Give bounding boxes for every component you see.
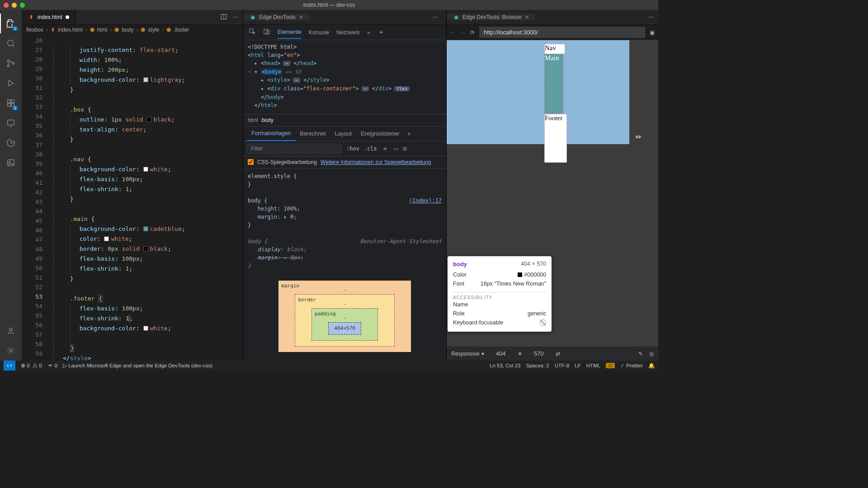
page-footer: Footer	[544, 114, 567, 163]
breadcrumb[interactable]: flexbox› ⬍index.html› ⬢html› ⬢body› ⬢sty…	[22, 25, 243, 35]
explorer-badge: 1	[12, 26, 18, 31]
svg-point-12	[9, 349, 12, 352]
more-actions-icon[interactable]: ⋯	[233, 14, 238, 20]
activity-extensions[interactable]: 1	[0, 93, 22, 113]
rotate-icon[interactable]: ⇄	[556, 351, 560, 357]
more-styles-tabs-icon[interactable]: »	[404, 131, 415, 137]
nav-forward-icon[interactable]: →	[460, 29, 466, 36]
styles-list[interactable]: element.style {} body {(Index):17 height…	[243, 169, 446, 361]
svg-rect-5	[8, 103, 10, 106]
inspect-toggle-icon[interactable]: ▣	[650, 29, 655, 36]
svg-rect-16	[267, 30, 269, 34]
inspect-icon[interactable]	[249, 28, 256, 37]
activity-scm[interactable]	[0, 53, 22, 73]
svg-point-10	[9, 161, 10, 163]
tab-network[interactable]: Netzwerk	[336, 27, 360, 38]
styles-tab-layout[interactable]: Layout	[330, 127, 357, 141]
url-input[interactable]	[479, 27, 645, 38]
hov-toggle[interactable]: :hov	[346, 145, 359, 152]
svg-point-0	[8, 40, 14, 46]
styles-filter-input[interactable]: Filter	[247, 144, 342, 154]
device-toggle-icon[interactable]	[263, 28, 270, 37]
traffic-zoom[interactable]	[20, 3, 25, 8]
errors-count[interactable]: ⊗ 0 ⚠ 0	[21, 362, 42, 369]
cls-toggle[interactable]: .cls	[364, 145, 377, 152]
source-link[interactable]: (Index):17	[409, 197, 442, 205]
mirror-label: CSS-Spiegelbearbeitung	[257, 159, 317, 165]
styles-tab-berechnet[interactable]: Berechnet	[296, 127, 330, 141]
traffic-close[interactable]	[4, 3, 9, 8]
tab-console[interactable]: Konsole	[309, 27, 329, 38]
language-mode[interactable]: HTML	[586, 363, 600, 368]
window-title: index.html — dev-css	[303, 2, 355, 8]
device-toolbar: Responsive ▾ ✕ ⇄ ✎ ◎	[447, 346, 658, 361]
activity-run[interactable]	[0, 73, 22, 93]
editor-tab-bar: ⬍ index.html ⋯	[22, 10, 243, 25]
activity-image-icon[interactable]	[0, 153, 22, 173]
devtools-tab[interactable]: ◉ Edge DevTools ✕	[243, 14, 310, 20]
notifications-icon[interactable]: 🔔	[648, 362, 655, 369]
svg-point-17	[49, 365, 51, 366]
not-focusable-icon	[540, 319, 546, 326]
nav-back-icon[interactable]: ←	[450, 29, 456, 36]
chevron-down-icon: ▾	[481, 351, 484, 357]
prettier-status[interactable]: ✓ Prettier	[620, 362, 643, 369]
window-titlebar: index.html — dev-css	[0, 0, 658, 10]
viewport-height-input[interactable]	[528, 350, 549, 357]
ext-badge: 1	[12, 106, 18, 110]
ports[interactable]: 0	[47, 363, 57, 368]
remote-indicator[interactable]	[4, 361, 15, 371]
activity-bar: 1 1	[0, 10, 22, 361]
styles-tab-formatvorlagen[interactable]: Formatvorlagen	[247, 127, 296, 141]
code-content: justify-content: flex-start; width: 100%…	[50, 35, 243, 361]
activity-account[interactable]	[0, 321, 22, 341]
eol[interactable]: LF	[575, 363, 580, 368]
tab-elements[interactable]: Elemente	[278, 26, 302, 39]
dom-tree[interactable]: <!DOCTYPE html> <html lang="en"> ▸ <head…	[243, 40, 446, 114]
code-editor[interactable]: 2627282930313233343536373839404142434445…	[22, 35, 243, 361]
activity-explorer[interactable]: 1	[0, 14, 22, 33]
svg-point-11	[9, 328, 12, 331]
more-tabs-icon[interactable]: »	[367, 29, 370, 36]
inspect-tooltip: body404 × 570 Color#000000 Font16px "Tim…	[448, 256, 552, 332]
dom-breadcrumb[interactable]: html body	[243, 114, 446, 127]
indent[interactable]: Spaces: 2	[526, 363, 549, 368]
tab-index-html[interactable]: ⬍ index.html	[22, 10, 76, 24]
launch-task[interactable]: ▷ Launch Microsoft Edge and open the Edg…	[63, 362, 212, 369]
more-actions-icon[interactable]: ⋯	[433, 14, 438, 20]
viewport-width-input[interactable]	[491, 350, 511, 357]
svg-rect-7	[11, 100, 14, 103]
traffic-minimize[interactable]	[12, 3, 17, 8]
status-bar: ⊗ 0 ⚠ 0 0 ▷ Launch Microsoft Edge and op…	[0, 361, 658, 371]
panel-toggle-icon[interactable]: ⧉	[403, 145, 407, 152]
activity-remote[interactable]	[0, 113, 22, 133]
line-gutter: 2627282930313233343536373839404142434445…	[22, 35, 50, 361]
browser-viewport[interactable]: Nav Main Footer ⇔ body404 × 570 Color#00…	[447, 40, 658, 346]
page-main: Main	[544, 54, 563, 114]
more-actions-icon[interactable]: ⋯	[648, 14, 654, 20]
close-icon[interactable]: ✕	[299, 14, 303, 20]
ln-col[interactable]: Ln 53, Col 23	[490, 363, 520, 368]
computed-toggle-icon[interactable]: ▭	[393, 145, 398, 152]
add-tab-icon[interactable]: ＋	[377, 28, 385, 37]
viewport-resize-icon[interactable]: ⇔	[635, 132, 641, 141]
activity-settings[interactable]	[0, 341, 22, 361]
copilot-icon[interactable]: ☺	[606, 363, 615, 368]
svg-point-3	[12, 62, 14, 65]
mirror-checkbox[interactable]	[248, 159, 254, 165]
styles-tab-ereignis[interactable]: Ereignislistener	[356, 127, 404, 141]
target-icon[interactable]: ◎	[649, 351, 654, 357]
new-style-icon[interactable]: ＋	[382, 144, 389, 154]
encoding[interactable]: UTF-8	[555, 363, 570, 368]
browser-tab[interactable]: ◉ Edge DevTools: Browser ✕	[447, 14, 536, 20]
activity-search[interactable]	[0, 33, 22, 53]
svg-rect-8	[8, 120, 14, 125]
svg-point-1	[7, 60, 9, 62]
close-icon[interactable]: ✕	[525, 14, 529, 20]
activity-edge-icon[interactable]	[0, 133, 22, 153]
mirror-link[interactable]: Weitere Informationen zur Spiegelbearbei…	[321, 159, 431, 165]
reload-icon[interactable]: ⟳	[470, 29, 475, 36]
split-editor-icon[interactable]	[220, 13, 227, 22]
device-mode-select[interactable]: Responsive ▾	[451, 351, 484, 357]
eyedrop-icon[interactable]: ✎	[638, 351, 643, 357]
